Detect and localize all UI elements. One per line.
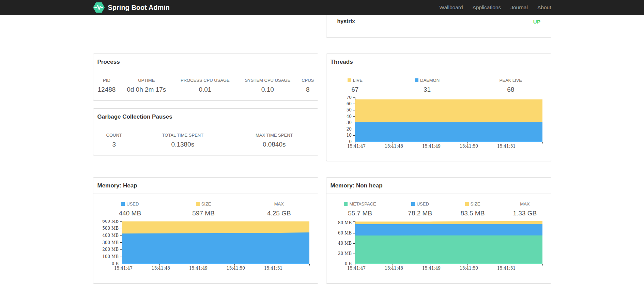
pulse-hexagon-icon (93, 2, 105, 13)
svg-text:40: 40 (346, 114, 351, 119)
nav-item-journal[interactable]: Journal (506, 4, 533, 11)
memory-non-heap-title: Memory: Non heap (326, 178, 551, 194)
legend-nonheap-used: USED 78.2 MB (394, 194, 446, 218)
svg-text:20: 20 (346, 127, 351, 132)
metaspace-swatch (344, 202, 348, 206)
stat-uptime: UPTIME 0d 0h 2m 17s (120, 70, 173, 100)
gc-stats: COUNT 3 TOTAL TIME SPENT 0.1380s MAX TIM… (93, 125, 318, 155)
legend-daemon: DAEMON 31 (384, 70, 471, 95)
memory-heap-title: Memory: Heap (93, 178, 318, 194)
nav-item-applications[interactable]: Applications (468, 4, 506, 11)
stat-system-cpu-usage: SYSTEM CPU USAGE 0.10 (237, 70, 298, 100)
svg-text:15:41:50: 15:41:50 (460, 144, 478, 149)
svg-text:15:41:51: 15:41:51 (264, 266, 282, 271)
threads-area-chart: 15:41:4715:41:4815:41:4915:41:5015:41:51… (333, 96, 545, 151)
svg-text:15:41:47: 15:41:47 (347, 144, 366, 149)
memory-non-heap-area-chart: 15:41:4715:41:4815:41:4915:41:5015:41:51… (333, 220, 545, 274)
daemon-swatch (415, 78, 418, 82)
legend-metaspace: METASPACE 55.7 MB (326, 194, 394, 218)
svg-text:200 MB: 200 MB (102, 247, 119, 252)
svg-text:70: 70 (346, 96, 351, 100)
svg-text:10: 10 (346, 133, 351, 138)
svg-text:100 MB: 100 MB (102, 254, 119, 259)
memory-heap-legend: USED 440 MB SIZE 597 MB MAX 4.25 GB (93, 194, 318, 218)
application-status-badge: UP (533, 19, 541, 25)
applications-status-card: hystrix UP (326, 15, 551, 37)
svg-text:15:41:50: 15:41:50 (460, 266, 478, 271)
svg-text:15:41:48: 15:41:48 (385, 144, 403, 149)
process-stats: PID 12488 UPTIME 0d 0h 2m 17s PROCESS CP… (93, 70, 318, 100)
svg-text:30: 30 (346, 120, 351, 125)
gc-card-title: Garbage Collection Pauses (93, 109, 318, 125)
memory-non-heap-card: Memory: Non heap METASPACE 55.7 MB USED … (326, 177, 551, 284)
process-card-title: Process (93, 54, 318, 70)
legend-heap-max: MAX 4.25 GB (240, 194, 318, 218)
threads-card: Threads LIVE 67 DAEMON 31 PEAK LIVE 68 (326, 54, 551, 161)
nav-links: Wallboard Applications Journal About (434, 4, 551, 11)
nonheap-size-swatch (465, 202, 469, 206)
nav-item-about[interactable]: About (533, 4, 551, 11)
svg-text:50: 50 (346, 108, 351, 112)
memory-heap-chart: 15:41:4715:41:4815:41:4915:41:5015:41:51… (93, 218, 318, 283)
stat-process-cpu-usage: PROCESS CPU USAGE 0.01 (173, 70, 237, 100)
svg-text:80 MB: 80 MB (338, 221, 351, 225)
stat-pid: PID 12488 (93, 70, 120, 100)
legend-heap-size: SIZE 597 MB (167, 194, 240, 218)
svg-text:15:41:48: 15:41:48 (385, 266, 403, 271)
threads-legend: LIVE 67 DAEMON 31 PEAK LIVE 68 (326, 70, 551, 95)
svg-text:400 MB: 400 MB (102, 233, 119, 238)
brand-home-link[interactable]: Spring Boot Admin (93, 2, 170, 13)
application-row-hystrix[interactable]: hystrix UP (326, 15, 551, 25)
stat-cpus: CPUS 8 (298, 70, 318, 100)
svg-text:0 B: 0 B (111, 261, 118, 266)
memory-heap-area-chart: 15:41:4715:41:4815:41:4915:41:5015:41:51… (100, 220, 311, 274)
live-swatch (348, 78, 351, 82)
memory-heap-card: Memory: Heap USED 440 MB SIZE 597 MB MAX… (93, 177, 318, 284)
threads-chart: 15:41:4715:41:4815:41:4915:41:5015:41:51… (326, 95, 551, 161)
legend-heap-used: USED 440 MB (93, 194, 167, 218)
nav-item-wallboard[interactable]: Wallboard (434, 4, 467, 11)
svg-text:15:41:49: 15:41:49 (422, 266, 441, 271)
svg-text:300 MB: 300 MB (102, 240, 119, 245)
svg-text:60 MB: 60 MB (338, 231, 351, 235)
gc-pauses-card: Garbage Collection Pauses COUNT 3 TOTAL … (93, 108, 318, 155)
brand-title: Spring Boot Admin (108, 4, 170, 12)
heap-used-swatch (121, 202, 125, 206)
svg-text:60: 60 (346, 102, 351, 106)
svg-text:15:41:50: 15:41:50 (227, 266, 245, 271)
svg-text:0 B: 0 B (344, 261, 351, 266)
legend-nonheap-size: SIZE 83.5 MB (446, 194, 499, 218)
threads-card-title: Threads (326, 54, 551, 70)
svg-text:500 MB: 500 MB (102, 226, 119, 231)
legend-nonheap-max: MAX 1.33 GB (499, 194, 551, 218)
navbar: Spring Boot Admin Wallboard Applications… (0, 0, 644, 15)
svg-text:15:41:51: 15:41:51 (497, 266, 516, 271)
svg-text:40 MB: 40 MB (338, 241, 351, 246)
heap-size-swatch (196, 202, 200, 206)
nonheap-used-swatch (411, 202, 415, 206)
svg-text:15:41:49: 15:41:49 (422, 144, 441, 149)
stat-gc-max-time: MAX TIME SPENT 0.0840s (231, 125, 318, 155)
svg-text:15:41:47: 15:41:47 (347, 266, 366, 271)
stat-gc-count: COUNT 3 (93, 125, 135, 155)
legend-peak-live: PEAK LIVE 68 (471, 70, 551, 95)
svg-text:15:41:49: 15:41:49 (189, 266, 208, 271)
svg-text:15:41:51: 15:41:51 (497, 144, 516, 149)
svg-text:20 MB: 20 MB (338, 251, 351, 256)
stat-gc-total-time: TOTAL TIME SPENT 0.1380s (135, 125, 231, 155)
svg-text:0: 0 (349, 139, 352, 144)
process-card: Process PID 12488 UPTIME 0d 0h 2m 17s PR… (93, 54, 318, 101)
memory-non-heap-legend: METASPACE 55.7 MB USED 78.2 MB SIZE 83.5… (326, 194, 551, 218)
svg-text:600 MB: 600 MB (102, 220, 119, 224)
svg-text:15:41:48: 15:41:48 (152, 266, 170, 271)
memory-non-heap-chart: 15:41:4715:41:4815:41:4915:41:5015:41:51… (326, 218, 551, 283)
svg-text:15:41:47: 15:41:47 (114, 266, 133, 271)
legend-live: LIVE 67 (326, 70, 384, 95)
application-name: hystrix (337, 18, 355, 25)
